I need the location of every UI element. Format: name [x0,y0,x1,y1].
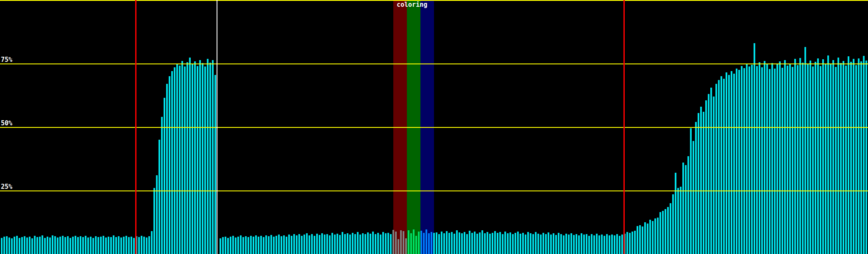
histogram-bar [326,234,328,254]
histogram-bar [634,231,636,254]
histogram-bar [792,67,793,254]
histogram-bar [1,238,3,254]
histogram-bar [400,230,402,254]
histogram-bar [448,233,450,254]
histogram-bar [3,237,5,254]
histogram-bar [817,58,819,254]
histogram-bar [863,56,865,254]
y-axis-label-25: 25% [1,184,12,190]
histogram-bar [115,237,117,254]
histogram-bar [738,70,740,254]
histogram-bar [143,237,145,254]
histogram-bar [436,232,437,254]
histogram-bar [771,63,773,254]
histogram-bar [92,238,94,254]
histogram-bar [537,234,539,254]
histogram-bar [237,237,239,254]
histogram-bar [515,233,516,254]
histogram-bar [517,232,519,254]
histogram-bar [423,233,425,254]
histogram-bar [593,235,595,254]
histogram-bar [128,237,130,254]
histogram-bar [159,140,160,254]
histogram-bar [581,233,582,254]
histogram-bar [843,61,844,254]
histogram-bar [222,237,224,254]
histogram-bar [19,238,20,254]
histogram-bar [685,165,687,254]
gridline-100 [0,0,868,1]
histogram-bar [487,232,488,254]
histogram-bar [573,235,575,254]
histogram-bar [390,234,392,254]
histogram-bar [649,220,651,254]
histogram-bar [62,236,64,254]
histogram-bar [451,232,453,254]
histogram-bar [125,236,127,254]
histogram-bar [113,235,114,254]
histogram-bar [105,237,107,254]
histogram-bar [629,233,631,254]
histogram-bar [489,234,491,254]
histogram-bar [736,69,737,254]
histogram-bar [380,235,381,254]
histogram-bar [75,236,76,254]
histogram-bar [560,234,562,254]
histogram-bar [410,233,412,254]
histogram-bar [339,235,341,254]
histogram-bar [123,237,125,254]
histogram-bar [301,236,303,254]
histogram-bar [652,221,654,254]
histogram-bar [499,232,501,254]
histogram-bar [80,236,81,254]
histogram-bar [438,234,440,254]
histogram-bar [151,231,153,254]
histogram-bar [766,64,768,254]
histogram-bar [250,236,252,254]
histogram-bar [822,59,824,254]
histogram-bar [418,232,420,254]
histogram-bar [588,236,590,254]
histogram-bar [682,163,684,254]
histogram-bar [31,238,33,254]
histogram-bar [443,233,445,254]
histogram-bar [774,69,776,254]
histogram-bar [44,238,46,254]
histogram-bar [197,66,198,254]
histogram-bar [382,232,384,254]
histogram-bar [34,236,36,254]
coloring-region-label: coloring [397,2,427,8]
histogram-bar [265,235,267,254]
histogram-bar [255,235,257,254]
histogram-bar [662,211,664,254]
histogram-bar [288,235,290,254]
histogram-bar [558,233,559,254]
histogram-bar [403,231,404,254]
histogram-bar [70,238,71,254]
histogram-bar [342,232,343,254]
histogram-bar [680,187,682,254]
vertical-marker-2 [217,0,217,254]
histogram-bar [131,237,132,254]
histogram-bar [156,175,158,254]
histogram-bar [100,237,102,254]
histogram-bar [108,237,109,254]
histogram-bar [642,226,643,254]
histogram-bar [164,98,165,254]
histogram-bar [456,230,458,254]
histogram-bar [77,237,79,254]
histogram-bar [713,97,715,254]
histogram-bar [186,62,188,254]
histogram-bar [761,67,763,254]
histogram-bar [220,238,221,254]
histogram-bar [408,230,409,254]
histogram-bar [794,59,796,254]
histogram-bar [769,69,771,254]
histogram-bar [721,76,722,254]
histogram-bar [850,62,852,254]
histogram-bar [329,235,331,254]
histogram-bar [741,66,743,254]
histogram-bar [199,60,201,254]
histogram-bar [441,232,442,254]
histogram-bar [553,233,554,254]
